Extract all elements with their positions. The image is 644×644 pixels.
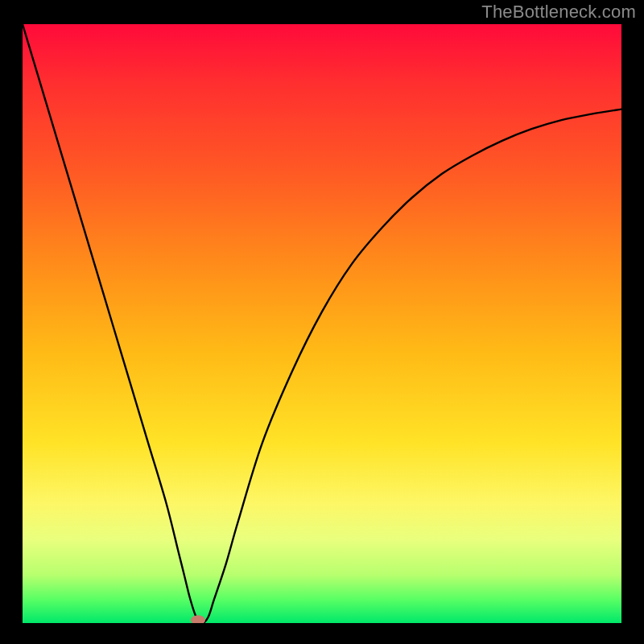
minimum-marker: [191, 615, 205, 623]
plot-area: [23, 24, 621, 623]
chart-svg: [23, 24, 621, 623]
bottleneck-curve: [23, 24, 621, 623]
chart-frame: TheBottleneck.com: [0, 0, 644, 644]
watermark-text: TheBottleneck.com: [481, 2, 636, 23]
